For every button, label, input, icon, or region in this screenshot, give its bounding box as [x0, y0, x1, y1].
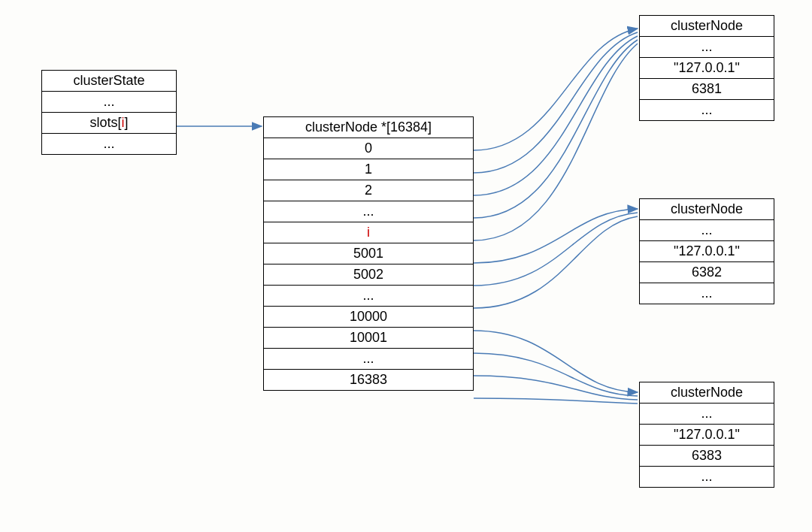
cluster-node-title: clusterNode [639, 382, 774, 403]
cluster-node-port: 6383 [639, 445, 774, 466]
slot-row: ... [263, 348, 474, 369]
cluster-node-box-1: clusterNode ... "127.0.0.1" 6381 ... [639, 15, 774, 121]
cluster-node-ip: "127.0.0.1" [639, 424, 774, 445]
cluster-node-row: ... [639, 466, 774, 488]
cluster-node-title: clusterNode [639, 198, 774, 219]
slots-suffix: ] [125, 115, 129, 130]
slots-prefix: slots[ [89, 115, 121, 130]
cluster-node-ip: "127.0.0.1" [639, 240, 774, 261]
cluster-node-row: ... [639, 99, 774, 121]
slot-row: 2 [263, 180, 474, 201]
cluster-node-row: ... [639, 219, 774, 240]
slot-row: 10000 [263, 306, 474, 327]
cluster-node-row: ... [639, 283, 774, 304]
slot-array-box: clusterNode *[16384] 0 1 2 ... i 5001 50… [263, 116, 474, 391]
cluster-state-title: clusterState [41, 70, 177, 91]
cluster-node-ip: "127.0.0.1" [639, 57, 774, 78]
slot-row: 10001 [263, 327, 474, 348]
slot-row: 0 [263, 138, 474, 159]
cluster-state-slots: slots[i] [41, 112, 177, 133]
slot-row: 5001 [263, 243, 474, 264]
cluster-state-box: clusterState ... slots[i] ... [41, 70, 177, 155]
slot-row: 5002 [263, 264, 474, 285]
cluster-state-row: ... [41, 91, 177, 112]
cluster-state-row: ... [41, 133, 177, 155]
slot-row-i: i [263, 222, 474, 243]
cluster-node-row: ... [639, 403, 774, 424]
cluster-node-row: ... [639, 36, 774, 57]
cluster-node-port: 6382 [639, 261, 774, 283]
slot-row: 16383 [263, 369, 474, 391]
cluster-node-box-2: clusterNode ... "127.0.0.1" 6382 ... [639, 198, 774, 304]
slot-row: ... [263, 201, 474, 222]
cluster-node-title: clusterNode [639, 15, 774, 36]
cluster-node-box-3: clusterNode ... "127.0.0.1" 6383 ... [639, 382, 774, 488]
slot-row: 1 [263, 159, 474, 180]
slot-row: ... [263, 285, 474, 306]
cluster-node-port: 6381 [639, 78, 774, 99]
slot-array-title: clusterNode *[16384] [263, 116, 474, 138]
